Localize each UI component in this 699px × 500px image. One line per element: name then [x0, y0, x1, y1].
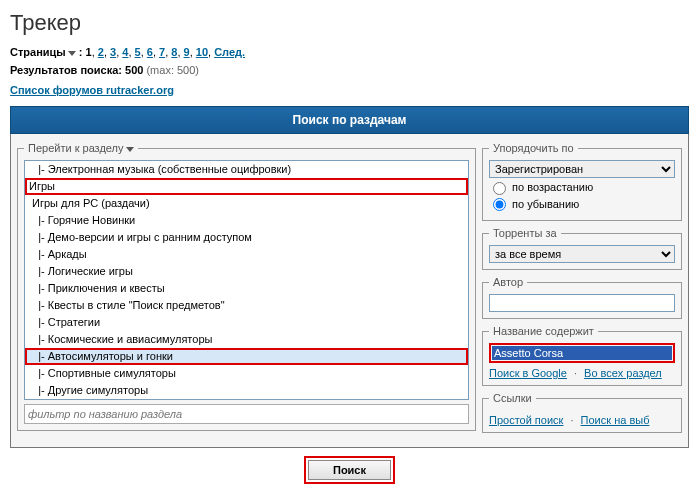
section-option[interactable]: |- Логические игры — [25, 263, 468, 280]
search-button[interactable]: Поиск — [308, 460, 391, 480]
section-option[interactable]: |- Квесты в стиле "Поиск предметов" — [25, 297, 468, 314]
section-filter-input[interactable] — [24, 404, 469, 424]
author-fieldset: Автор — [482, 276, 682, 319]
simple-search-link[interactable]: Простой поиск — [489, 414, 563, 426]
page-link[interactable]: 5 — [135, 46, 141, 58]
page-link[interactable]: 9 — [184, 46, 190, 58]
links-fieldset: Ссылки Простой поиск · Поиск на выб — [482, 392, 682, 433]
pages-label: Страницы — [10, 46, 66, 58]
page-link[interactable]: 10 — [196, 46, 208, 58]
results-label: Результатов поиска: — [10, 64, 122, 76]
results-max: (max: 500) — [146, 64, 199, 76]
sort-fieldset: Упорядочить по Зарегистрирован по возрас… — [482, 142, 682, 221]
section-listbox[interactable]: |- Электронная музыка (собственные оцифр… — [24, 160, 469, 400]
section-option[interactable]: Игры — [25, 178, 468, 195]
sort-legend: Упорядочить по — [489, 142, 578, 154]
sort-select[interactable]: Зарегистрирован — [489, 160, 675, 178]
torrents-for-fieldset: Торренты за за все время — [482, 227, 682, 270]
author-legend: Автор — [489, 276, 527, 288]
pages-dropdown-icon[interactable] — [68, 51, 76, 56]
author-input[interactable] — [489, 294, 675, 312]
goto-section-legend: Перейти к разделу — [24, 142, 138, 154]
submit-row: Поиск — [10, 448, 689, 484]
title-input[interactable] — [492, 346, 672, 360]
section-option[interactable]: |- Автосимуляторы и гонки — [25, 348, 468, 365]
section-option[interactable]: |- Горячие Новинки — [25, 212, 468, 229]
page-link[interactable]: 8 — [171, 46, 177, 58]
forum-list-link[interactable]: Список форумов rutracker.org — [10, 84, 174, 96]
sort-asc-label: по возрастанию — [512, 181, 593, 193]
sort-desc-label: по убыванию — [512, 198, 579, 210]
section-option[interactable]: |- Другие симуляторы — [25, 382, 468, 399]
links-legend: Ссылки — [489, 392, 536, 404]
section-option[interactable]: |- Стратегии — [25, 314, 468, 331]
sort-desc-radio[interactable] — [493, 198, 506, 211]
submit-highlight: Поиск — [304, 456, 395, 484]
pagination: Страницы : 1, 2, 3, 4, 5, 6, 7, 8, 9, 10… — [10, 46, 689, 58]
new-tab-search-link[interactable]: Поиск на выб — [581, 414, 650, 426]
chevron-down-icon[interactable] — [126, 147, 134, 152]
section-option[interactable]: |- Спортивные симуляторы — [25, 365, 468, 382]
goto-section-fieldset: Перейти к разделу |- Электронная музыка … — [17, 142, 476, 431]
results-summary: Результатов поиска: 500 (max: 500) — [10, 64, 689, 76]
torrents-for-select[interactable]: за все время — [489, 245, 675, 263]
search-panel-header: Поиск по раздачам — [10, 106, 689, 134]
section-option[interactable]: |- Космические и авиасимуляторы — [25, 331, 468, 348]
next-page-link[interactable]: След. — [214, 46, 245, 58]
torrents-for-legend: Торренты за — [489, 227, 561, 239]
section-option[interactable]: Игры для PC (раздачи) — [25, 195, 468, 212]
section-option[interactable]: |- Демо-версии и игры с ранним доступом — [25, 229, 468, 246]
page-link[interactable]: 2 — [98, 46, 104, 58]
section-option[interactable]: |- Электронная музыка (собственные оцифр… — [25, 161, 468, 178]
title-highlight — [489, 343, 675, 363]
page-link[interactable]: 3 — [110, 46, 116, 58]
title-legend: Название содержит — [489, 325, 598, 337]
search-form: Перейти к разделу |- Электронная музыка … — [10, 134, 689, 448]
page-link[interactable]: 4 — [122, 46, 128, 58]
page-link[interactable]: 7 — [159, 46, 165, 58]
all-sections-link[interactable]: Во всех раздел — [584, 367, 662, 379]
section-option[interactable]: |- Приключения и квесты — [25, 280, 468, 297]
page-title: Трекер — [10, 10, 689, 36]
google-search-link[interactable]: Поиск в Google — [489, 367, 567, 379]
current-page: 1 — [86, 46, 92, 58]
page-link[interactable]: 6 — [147, 46, 153, 58]
results-count: 500 — [125, 64, 143, 76]
section-option[interactable]: |- Аркады — [25, 246, 468, 263]
title-fieldset: Название содержит Поиск в Google · Во вс… — [482, 325, 682, 386]
sort-asc-radio[interactable] — [493, 182, 506, 195]
